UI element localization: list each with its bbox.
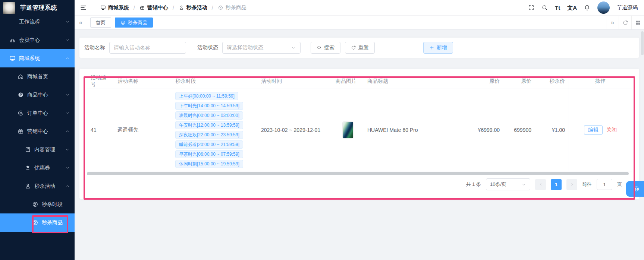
sidebar-item-label: 会员中心 [19, 37, 40, 44]
chevron-down-icon [65, 147, 70, 152]
search-form-card: 活动名称 活动状态 请选择活动状态 搜索 重置 新增 [79, 38, 639, 58]
segment-tag: 上午好[08:00:00 ~ 11:59:59] [175, 92, 238, 100]
refresh-button[interactable] [619, 16, 631, 29]
content-icon [25, 146, 31, 153]
sidebar-item-order-center[interactable]: 订单中心 [0, 104, 75, 122]
tabbar: « 首页 秒杀商品 » [75, 16, 644, 30]
sidebar-item-mall-home[interactable]: 商城首页 [0, 67, 75, 86]
cell-seckill-segments: 上午好[08:00:00 ~ 11:59:59] 下午时光[14:00:00 ~… [172, 89, 257, 171]
segment-tag: 早茶时光[06:00:00 ~ 07:59:59] [175, 150, 243, 158]
bell-icon[interactable] [584, 4, 590, 11]
topbar-actions: Tt 文A 芋道源码 [528, 1, 644, 14]
header-product-image: 商品图片 [332, 73, 364, 89]
header-seckill-segments: 秒杀时段 [172, 73, 257, 89]
button-label: 搜索 [324, 44, 334, 51]
sidebar-item-member-center[interactable]: 会员中心 [0, 31, 75, 49]
tabs-scroll-right-button[interactable]: » [606, 16, 619, 29]
mall-monitor-icon [9, 55, 16, 61]
sidebar-item-label: 秒杀时段 [42, 201, 63, 208]
breadcrumb-seckill-activity[interactable]: 秒杀活动 [179, 4, 207, 11]
reset-button[interactable]: 重置 [345, 42, 375, 54]
header-original-price: 原价 [464, 73, 503, 89]
header-seckill-price: 秒杀价 [535, 73, 569, 89]
prev-page-button[interactable] [535, 179, 546, 190]
pagination-total: 共 1 条 [466, 181, 481, 188]
layout-grid-button[interactable] [631, 16, 644, 29]
sidebar-item-seckill-time[interactable]: 秒杀时段 [0, 195, 75, 213]
sidebar-item-label: 商品中心 [27, 92, 48, 98]
window-scrollbar[interactable] [641, 31, 644, 257]
sidebar-item-label: 工作流程 [19, 19, 40, 25]
chevron-down-icon [65, 92, 70, 97]
topbar: 商城系统 / 营销中心 / 秒杀活动 / 秒杀商品 Tt 文A [75, 0, 644, 16]
mall-monitor-icon [100, 5, 106, 10]
search-icon[interactable] [541, 4, 548, 11]
user-avatar[interactable] [597, 1, 610, 14]
hamburger-icon[interactable] [80, 4, 87, 11]
product-thumbnail[interactable] [342, 121, 354, 139]
breadcrumb-seckill-product: 秒杀商品 [218, 4, 246, 11]
next-page-button[interactable] [566, 179, 577, 190]
chevron-down-icon [65, 38, 70, 42]
close-button[interactable]: 关闭 [606, 127, 617, 133]
sidebar-item-product-center[interactable]: 商品中心 [0, 86, 75, 104]
fullscreen-icon[interactable] [528, 4, 534, 11]
open-tabs: 首页 秒杀商品 [90, 18, 153, 28]
search-button[interactable]: 搜索 [311, 42, 340, 54]
sidebar-item-seckill-activity[interactable]: 秒杀活动 [0, 177, 75, 195]
translate-icon[interactable]: 文A [567, 5, 577, 10]
sidebar-item-coupon[interactable]: 优惠券 [0, 159, 75, 177]
app-title: 芋道管理系统 [20, 4, 57, 12]
breadcrumb-mall-system[interactable]: 商城系统 [100, 4, 129, 11]
sidebar-item-seckill-product[interactable]: 秒杀商品 [0, 213, 75, 232]
tab-home[interactable]: 首页 [90, 18, 111, 28]
activity-status-select[interactable]: 请选择活动状态 [222, 42, 301, 54]
segment-tag: 休闲时刻[15:00:00 ~ 19:59:59] [175, 160, 243, 168]
username[interactable]: 芋道源码 [617, 4, 638, 11]
cell-activity-name: 遥遥领先 [114, 127, 172, 133]
table-horizontal-scrollbar[interactable] [87, 172, 629, 175]
chevron-left-icon [538, 182, 543, 187]
sidebar-item-workflow[interactable]: 工作流程 [0, 13, 75, 31]
button-label: 新增 [437, 44, 447, 51]
chevron-up-icon [65, 184, 70, 188]
cell-original-price-2: 699900 [503, 127, 535, 133]
page-size-select[interactable]: 10条/页 [486, 178, 530, 190]
page-number-button[interactable]: 1 [551, 179, 562, 190]
tab-seckill-product[interactable]: 秒杀商品 [115, 18, 153, 28]
grid-icon [635, 20, 641, 26]
sidebar-item-marketing-center[interactable]: 营销中心 [0, 122, 75, 140]
person-pin-icon [179, 5, 184, 10]
page-size-value: 10条/页 [490, 181, 506, 188]
add-button[interactable]: 新增 [423, 42, 453, 54]
seckill-product-icon [32, 219, 38, 226]
cell-seckill-price: ¥1.00 [535, 127, 569, 133]
breadcrumb-separator: / [173, 5, 174, 11]
product-p-icon [18, 92, 24, 98]
segment-tag: 凌晨时光[00:00:00 ~ 03:00:00] [175, 111, 243, 120]
seckill-product-icon [120, 20, 126, 25]
member-icon [9, 37, 16, 43]
segment-tag: 午安时光[12:00:00 ~ 13:59:59] [175, 121, 243, 129]
table-row: 41 遥遥领先 上午好[08:00:00 ~ 11:59:59] 下午时光[14… [87, 89, 632, 171]
sidebar-item-mall-system[interactable]: 商城系统 [0, 49, 75, 67]
header-original-price-2: 原价 [503, 73, 535, 89]
gear-icon [633, 185, 640, 193]
window-scrollbar-thumb[interactable] [641, 31, 644, 55]
activity-name-input[interactable] [109, 42, 186, 54]
breadcrumb-marketing-center[interactable]: 营销中心 [139, 4, 168, 11]
goto-page-input[interactable] [597, 179, 612, 190]
edit-button[interactable]: 编辑 [584, 125, 603, 135]
gift-icon [139, 5, 145, 10]
header-activity-name: 活动名称 [114, 73, 172, 89]
tabs-scroll-left-button[interactable]: « [75, 16, 87, 29]
segment-tag: 深夜狂欢[22:00:00 ~ 23:59:59] [175, 131, 243, 139]
refresh-icon [622, 20, 628, 26]
font-size-icon[interactable]: Tt [555, 5, 560, 10]
sidebar-item-label: 商城首页 [27, 73, 48, 80]
cell-product-title: HUAWEI Mate 60 Pro [364, 127, 464, 133]
chevron-down-icon [65, 19, 70, 24]
person-pin-icon [25, 183, 31, 189]
sidebar-item-content-management[interactable]: 内容管理 [0, 140, 75, 159]
chevron-up-icon [65, 56, 70, 61]
